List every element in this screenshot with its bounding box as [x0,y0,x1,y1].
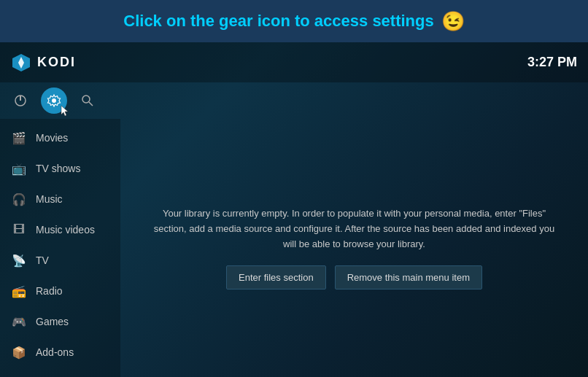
sidebar-music-label: Music [36,193,63,205]
remove-item-button[interactable]: Remove this main menu item [335,265,482,289]
sidebar-item-add-ons[interactable]: 📦Add-ons [0,337,120,368]
svg-marker-5 [61,106,68,116]
sidebar-games-icon: 🎮 [11,314,27,330]
annotation-bar: Click on the gear icon to access setting… [0,0,588,42]
kodi-screen: KODI 3:27 PM [0,42,588,377]
sidebar-tv-icon: 📡 [11,252,27,268]
sidebar-radio-icon: 📻 [11,283,27,299]
header: KODI 3:27 PM [0,42,588,82]
time-display: 3:27 PM [527,55,577,70]
svg-point-6 [82,96,90,103]
library-message: Your library is currently empty. In orde… [150,206,559,252]
sidebar: 🎬Movies📺TV shows🎧Music🎞Music videos📡TV📻R… [0,119,120,377]
sidebar-item-movies[interactable]: 🎬Movies [0,123,120,153]
power-button[interactable] [7,88,34,114]
sidebar-item-music-videos[interactable]: 🎞Music videos [0,214,120,245]
sidebar-movies-label: Movies [36,132,68,144]
enter-files-button[interactable]: Enter files section [226,265,326,289]
svg-point-4 [52,98,56,103]
kodi-title: KODI [37,55,76,70]
annotation-text: Click on the gear icon to access setting… [123,12,433,31]
sidebar-item-tv-shows[interactable]: 📺TV shows [0,153,120,184]
sidebar-item-radio[interactable]: 📻Radio [0,276,120,306]
sidebar-item-games[interactable]: 🎮Games [0,306,120,337]
gear-button[interactable] [41,88,67,114]
power-icon [14,94,27,107]
empty-library-box: Your library is currently empty. In orde… [150,206,559,289]
search-button[interactable] [74,88,101,114]
gear-icon [47,93,61,108]
sidebar-music-videos-icon: 🎞 [11,222,27,238]
sidebar-games-label: Games [36,316,69,327]
content-panel: Your library is currently empty. In orde… [120,119,588,377]
sidebar-music-icon: 🎧 [11,191,27,207]
svg-line-7 [89,102,93,106]
kodi-logo-icon [11,53,31,73]
action-buttons: Enter files sectionRemove this main menu… [150,265,559,289]
sidebar-tv-shows-label: TV shows [36,163,80,174]
sidebar-item-pictures[interactable]: 🖼Pictures [0,368,120,377]
sidebar-add-ons-label: Add-ons [36,346,74,358]
sidebar-music-videos-label: Music videos [36,224,95,236]
annotation-emoji: 😉 [441,10,465,33]
sidebar-item-music[interactable]: 🎧Music [0,184,120,214]
sidebar-item-tv[interactable]: 📡TV [0,245,120,276]
logo-area: KODI [11,53,76,73]
sidebar-movies-icon: 🎬 [11,130,27,146]
search-icon [81,94,94,107]
main-content: 🎬Movies📺TV shows🎧Music🎞Music videos📡TV📻R… [0,119,588,377]
icon-toolbar [0,82,588,119]
sidebar-radio-label: Radio [36,285,63,297]
sidebar-tv-label: TV [36,254,49,266]
sidebar-add-ons-icon: 📦 [11,344,27,360]
sidebar-tv-shows-icon: 📺 [11,160,27,176]
